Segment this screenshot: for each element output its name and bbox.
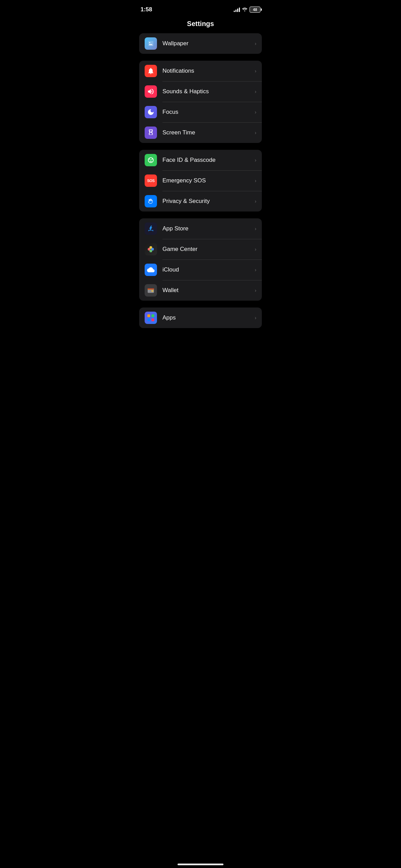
settings-item-notifications[interactable]: Notifications › [139,61,262,81]
face-id-label: Face ID & Passcode [162,157,252,164]
settings-item-wallet[interactable]: Wallet › [139,280,262,301]
battery-level: 48 [253,8,257,12]
app-store-label: App Store [162,225,252,232]
wallpaper-icon [145,37,157,50]
notifications-label: Notifications [162,68,252,74]
status-time: 1:58 [141,6,152,13]
wifi-icon [242,7,247,12]
svg-point-0 [149,42,150,43]
app-store-chevron: › [255,226,256,231]
sounds-label: Sounds & Haptics [162,88,252,95]
privacy-icon [145,195,157,207]
icloud-chevron: › [255,267,256,273]
status-bar: 1:58 48 [134,0,267,17]
svg-rect-13 [151,314,154,317]
settings-item-apps[interactable]: Apps › [139,308,262,328]
svg-rect-14 [147,318,150,321]
svg-point-11 [152,291,153,291]
icloud-label: iCloud [162,266,252,273]
app-store-icon [145,222,157,235]
settings-item-sounds[interactable]: Sounds & Haptics › [139,81,262,102]
emergency-sos-icon: SOS [145,174,157,187]
svg-rect-9 [148,289,154,290]
privacy-label: Privacy & Security [162,198,252,205]
settings-item-screen-time[interactable]: Screen Time › [139,122,262,143]
wallet-icon [145,284,157,297]
settings-item-privacy[interactable]: Privacy & Security › [139,191,262,212]
apps-chevron: › [255,315,256,321]
settings-item-face-id[interactable]: Face ID & Passcode › [139,150,262,170]
svg-rect-15 [151,318,154,321]
emergency-sos-label: Emergency SOS [162,177,252,184]
game-center-label: Game Center [162,246,252,253]
group-notifications-sounds: Notifications › Sounds & Haptics › Focus… [139,61,262,143]
sounds-chevron: › [255,89,256,94]
wallpaper-chevron: › [255,41,256,46]
status-icons: 48 [234,7,260,13]
group-apps: Apps › [139,308,262,328]
focus-label: Focus [162,109,252,116]
focus-chevron: › [255,109,256,115]
page-title: Settings [134,17,267,33]
face-id-chevron: › [255,157,256,163]
group-wallpaper: Wallpaper › [139,33,262,54]
privacy-chevron: › [255,198,256,204]
svg-rect-12 [147,314,150,317]
wallet-label: Wallet [162,287,252,294]
settings-item-wallpaper[interactable]: Wallpaper › [139,33,262,54]
focus-icon [145,106,157,118]
svg-point-6 [149,250,152,252]
screen-time-chevron: › [255,130,256,135]
wallpaper-label: Wallpaper [162,40,252,47]
battery-icon: 48 [250,7,260,13]
apps-icon [145,312,157,324]
face-id-icon [145,154,157,166]
group-security: Face ID & Passcode › SOS Emergency SOS ›… [139,150,262,212]
signal-bars-icon [234,7,240,12]
settings-item-focus[interactable]: Focus › [139,102,262,122]
screen-time-icon [145,126,157,139]
game-center-chevron: › [255,246,256,252]
settings-item-app-store[interactable]: App Store › [139,218,262,239]
group-services: App Store › Game Center › iCloud › [139,218,262,301]
emergency-sos-chevron: › [255,178,256,183]
notifications-icon [145,65,157,77]
settings-item-game-center[interactable]: Game Center › [139,239,262,260]
apps-label: Apps [162,314,252,321]
notifications-chevron: › [255,68,256,74]
game-center-icon [145,243,157,255]
icloud-icon [145,264,157,276]
settings-item-icloud[interactable]: iCloud › [139,260,262,280]
sounds-icon [145,85,157,98]
screen-time-label: Screen Time [162,129,252,136]
svg-rect-10 [151,290,154,292]
wallet-chevron: › [255,288,256,293]
settings-item-emergency-sos[interactable]: SOS Emergency SOS › [139,170,262,191]
